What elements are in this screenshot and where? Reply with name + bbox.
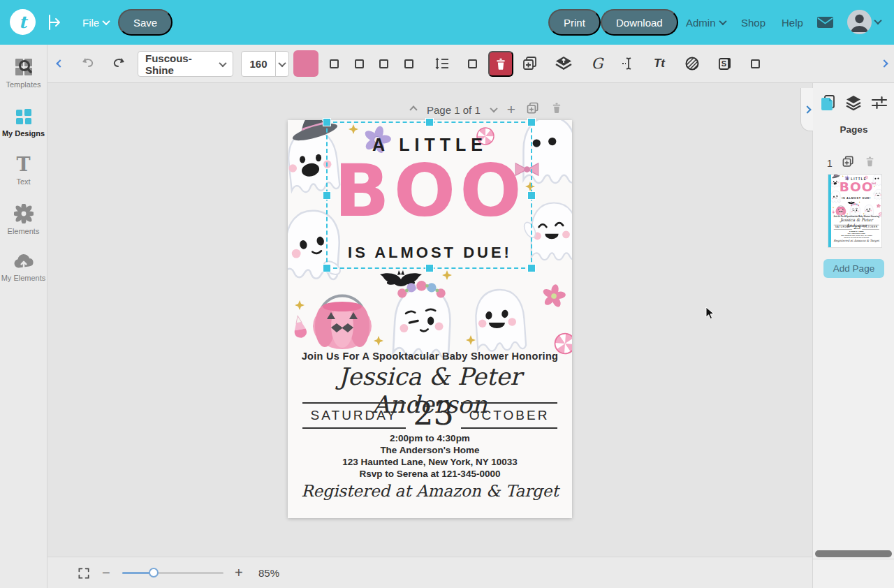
style-square-icon-6[interactable] [745, 54, 765, 73]
style-square-icon-1[interactable] [324, 54, 344, 73]
chevron-down-icon [719, 17, 726, 25]
invitation-rsvp[interactable]: Rsvp to Serena at 121-345-0000 [831, 237, 881, 239]
toolbar: Fuscous-Shine 160 G Tt S [47, 45, 894, 83]
resize-handle-top-right[interactable] [528, 119, 535, 126]
design-page[interactable]: A LITTLE BOO IS ALMOST DUE! Join Us For … [831, 175, 881, 245]
text-case-icon[interactable]: Tt [650, 54, 669, 73]
invitation-line2[interactable]: IS ALMOST DUE! [831, 197, 881, 200]
toolbar-scroll-left-icon[interactable] [50, 54, 70, 73]
invitation-date-row[interactable]: SATURDAY 23 OCTOBER [831, 224, 881, 230]
horizontal-scrollbar[interactable] [815, 550, 892, 557]
invitation-date-row[interactable]: SATURDAY 23 OCTOBER [288, 399, 572, 432]
resize-handle-middle-right[interactable] [528, 192, 535, 199]
invitation-registry[interactable]: Registered at Amazon & Target [288, 482, 572, 500]
redo-icon[interactable] [109, 54, 129, 73]
toolbar-scroll-right-icon[interactable] [874, 54, 894, 73]
collapse-panel-handle[interactable] [800, 88, 813, 131]
left-sidebar: Templates My Designs T Text Elements My … [0, 45, 47, 588]
texture-fill-icon[interactable] [682, 54, 702, 73]
duplicate-page-icon[interactable] [526, 101, 540, 118]
sidebar-item-templates[interactable]: Templates [0, 57, 47, 89]
add-page-icon[interactable]: + [507, 103, 515, 117]
zoom-slider[interactable] [122, 572, 224, 574]
invitation-day: SATURDAY [834, 225, 852, 230]
page-indicator: Page 1 of 1 [427, 104, 481, 116]
previous-page-icon[interactable] [409, 105, 417, 113]
delete-element-button[interactable] [488, 51, 513, 77]
layers-tab-icon[interactable] [845, 94, 862, 114]
add-page-button[interactable]: Add Page [823, 259, 884, 278]
pages-tab-icon[interactable] [821, 94, 836, 114]
adjustments-tab-icon[interactable] [871, 94, 888, 114]
shop-link[interactable]: Shop [741, 0, 765, 45]
mail-icon[interactable] [817, 17, 833, 31]
layer-order-icon[interactable] [554, 54, 573, 73]
bat [380, 270, 422, 286]
sidebar-label: My Elements [1, 274, 46, 282]
font-style-glyph-icon[interactable]: G [587, 54, 607, 73]
sidebar-item-elements[interactable]: Elements [0, 204, 47, 235]
collapse-topbar-icon[interactable] [46, 13, 63, 34]
zoom-out-icon[interactable]: − [102, 557, 110, 588]
text-cursor-icon[interactable] [619, 54, 638, 73]
zoom-percentage: 85% [258, 557, 279, 588]
file-menu[interactable]: File [82, 0, 109, 45]
fit-to-screen-icon[interactable] [77, 557, 91, 588]
substitute-icon[interactable]: S [715, 54, 735, 73]
style-square-icon-4[interactable] [399, 54, 418, 73]
sidebar-label: My Designs [2, 129, 45, 138]
invitation-intro[interactable]: Join Us For A Spooktacular Baby Shower H… [288, 351, 572, 362]
delete-page-icon[interactable] [864, 156, 876, 170]
sidebar-item-my-designs[interactable]: My Designs [0, 107, 47, 138]
duplicate-element-icon[interactable] [520, 54, 540, 73]
ghost-flower-crown [393, 281, 452, 359]
download-button[interactable]: Download [601, 9, 678, 36]
templates-search-icon [13, 57, 34, 77]
style-square-icon-2[interactable] [349, 54, 369, 73]
duplicate-page-icon[interactable] [842, 155, 855, 171]
undo-icon[interactable] [78, 54, 98, 73]
invitation-day: SATURDAY [302, 402, 406, 429]
canvas-area[interactable]: Page 1 of 1 + [47, 83, 812, 557]
selection-bounding-box[interactable] [326, 122, 532, 269]
invitation-address[interactable]: 123 Haunted Lane, New York, NY 10033 [288, 457, 572, 467]
resize-handle-top-middle[interactable] [426, 119, 433, 126]
candy-corn [832, 210, 835, 214]
shop-link-label: Shop [741, 17, 765, 29]
resize-handle-middle-left[interactable] [323, 192, 330, 199]
resize-handle-bottom-right[interactable] [528, 265, 535, 272]
sidebar-label: Text [16, 177, 30, 186]
text-color-swatch[interactable] [293, 50, 318, 77]
invitation-rsvp[interactable]: Rsvp to Serena at 121-345-0000 [288, 469, 572, 479]
user-avatar[interactable] [847, 10, 872, 34]
invitation-time[interactable]: 2:00pm to 4:30pm [288, 433, 572, 443]
sidebar-item-my-elements[interactable]: My Elements [0, 253, 47, 282]
resize-handle-top-left[interactable] [323, 119, 330, 126]
resize-handle-bottom-left[interactable] [323, 265, 330, 272]
style-square-icon-3[interactable] [374, 54, 393, 73]
invitation-boo-text[interactable]: BOO [831, 180, 881, 194]
font-size-dropdown[interactable] [275, 51, 289, 77]
app-logo[interactable]: t [10, 9, 36, 35]
delete-page-icon[interactable] [550, 102, 563, 117]
help-link[interactable]: Help [782, 0, 803, 45]
bat [847, 201, 855, 204]
next-page-icon[interactable] [490, 105, 497, 112]
logo-letter: t [19, 12, 27, 32]
account-chevron-icon[interactable] [874, 17, 881, 24]
style-square-icon-5[interactable] [462, 54, 482, 73]
zoom-in-icon[interactable]: + [235, 557, 243, 588]
font-family-select[interactable]: Fuscous-Shine [138, 51, 233, 77]
line-spacing-icon[interactable] [432, 54, 452, 73]
zoom-slider-knob[interactable] [149, 568, 159, 578]
admin-menu[interactable]: Admin [686, 0, 726, 45]
resize-handle-bottom-middle[interactable] [426, 265, 433, 272]
invitation-registry[interactable]: Registered at Amazon & Target [831, 239, 881, 242]
page-thumbnail[interactable]: A LITTLE BOO IS ALMOST DUE! Join Us For … [828, 175, 881, 247]
invitation-date: 23 [413, 395, 454, 432]
font-size-input[interactable]: 160 [241, 51, 276, 77]
sidebar-item-text[interactable]: T Text [0, 156, 47, 186]
print-button[interactable]: Print [548, 9, 601, 36]
invitation-venue[interactable]: The Anderson's Home [288, 445, 572, 455]
save-button[interactable]: Save [118, 9, 173, 36]
